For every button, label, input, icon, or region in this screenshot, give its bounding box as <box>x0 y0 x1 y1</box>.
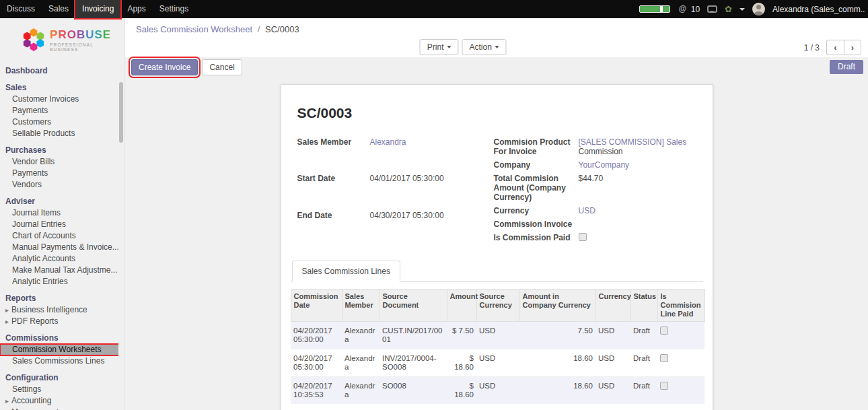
create-invoice-button[interactable]: Create Invoice <box>131 59 198 75</box>
pager-next-button[interactable] <box>844 40 861 55</box>
form-statusbar: Create Invoice Cancel Draft <box>125 57 868 77</box>
pager-previous-button[interactable] <box>826 40 844 55</box>
commission-product-value[interactable]: [SALES COMMISSION] Sales Commission <box>579 137 697 156</box>
line-paid-checkbox[interactable] <box>660 354 668 362</box>
sidebar-item-settings[interactable]: Settings <box>0 384 120 395</box>
left-field-group: Sales Member Alexandra Start Date 04/01/… <box>297 137 494 243</box>
table-row[interactable]: 04/20/2017 05:30:00 Alexandra INV/2017/0… <box>291 349 704 377</box>
chevron-down-icon[interactable] <box>739 8 745 11</box>
activities-icon[interactable] <box>678 4 688 14</box>
breadcrumb-current: SC/0003 <box>265 24 299 34</box>
notebook: Sales Commission Lines Commission Date S… <box>291 261 703 410</box>
table-row[interactable]: 04/20/2017 10:35:53 Alexandra SO008 $ 18… <box>291 377 704 405</box>
sidebar-section-sales[interactable]: Sales <box>0 81 120 94</box>
messages-icon[interactable] <box>707 5 717 13</box>
sidebar-item-business-intelligence[interactable]: Business Intelligence <box>0 304 120 316</box>
expand-arrow-icon <box>5 305 11 314</box>
sidebar-scrollbar-thumb[interactable] <box>119 82 123 143</box>
col-currency: Currency <box>595 289 630 322</box>
line-paid-checkbox[interactable] <box>660 327 668 335</box>
sidebar-item-management[interactable]: Management <box>0 407 120 410</box>
control-panel-buttons: Print Action <box>420 39 507 55</box>
sidebar-item-journal-items[interactable]: Journal Items <box>0 207 120 219</box>
sidebar-nav: Dashboard Sales Customer Invoices Paymen… <box>0 64 120 410</box>
sidebar-item-analytic-entries[interactable]: Analytic Entries <box>0 276 120 287</box>
usage-progress-indicator <box>639 5 670 13</box>
menu-invoicing[interactable]: Invoicing <box>75 0 120 18</box>
breadcrumb: Sales Commission Worksheet / SC/0003 <box>136 24 299 34</box>
commission-lines-table: Commission Date Sales Member Source Docu… <box>291 289 705 404</box>
sidebar-section-dashboard[interactable]: Dashboard <box>0 64 120 77</box>
sidebar-item-analytic-accounts[interactable]: Analytic Accounts <box>0 253 120 265</box>
company-value[interactable]: YourCompany <box>579 160 697 170</box>
sidebar-section-adviser[interactable]: Adviser <box>0 195 120 207</box>
company-logo[interactable]: PROBUSE PROFESSIONAL BUSINESS <box>0 18 124 60</box>
sidebar-item-sellable-products[interactable]: Sellable Products <box>0 128 120 139</box>
sidebar-item-make-manual-tax-adjustment[interactable]: Make Manual Tax Adjustme... <box>0 265 120 276</box>
sidebar: PROBUSE PROFESSIONAL BUSINESS Dashboard … <box>0 18 124 410</box>
avatar[interactable] <box>752 3 765 15</box>
sidebar-item-accounting[interactable]: Accounting <box>0 395 120 407</box>
control-panel: Sales Commission Worksheet / SC/0003 Pri… <box>125 18 868 57</box>
table-row[interactable]: 04/20/2017 05:30:00 Alexandra CUST.IN/20… <box>291 322 704 349</box>
sidebar-item-vendor-bills[interactable]: Vendor Bills <box>0 156 120 168</box>
right-field-group: Commision Product For Invoice [SALES COM… <box>494 137 697 243</box>
end-date-label: End Date <box>297 211 365 220</box>
cancel-button[interactable]: Cancel <box>202 59 242 75</box>
line-paid-checkbox[interactable] <box>660 382 668 390</box>
logo-tagline: PROFESSIONAL BUSINESS <box>50 42 120 52</box>
sidebar-item-commission-worksheets[interactable]: Commission Worksheets <box>0 344 120 355</box>
sidebar-item-customer-invoices[interactable]: Customer Invoices <box>0 94 120 105</box>
expand-arrow-icon <box>5 396 11 405</box>
print-dropdown-button[interactable]: Print <box>420 39 459 55</box>
sidebar-item-payments-purchases[interactable]: Payments <box>0 168 120 179</box>
sidebar-item-customers[interactable]: Customers <box>0 116 120 128</box>
menu-discuss[interactable]: Discuss <box>0 0 42 18</box>
sidebar-item-pdf-reports[interactable]: PDF Reports <box>0 316 120 327</box>
sidebar-section-reports[interactable]: Reports <box>0 292 120 304</box>
status-badge[interactable]: Draft <box>830 60 863 74</box>
is-commission-paid-label: Is Commission Paid <box>494 233 573 242</box>
commission-product-label: Commision Product For Invoice <box>494 137 573 156</box>
col-sales-member: Sales Member <box>342 289 379 322</box>
pager-position: 1 / 3 <box>804 43 820 53</box>
expand-arrow-icon <box>5 316 11 326</box>
debug-icon[interactable]: ✿ <box>725 5 732 13</box>
col-commission-date: Commission Date <box>291 289 342 322</box>
main-area: Sales Commission Worksheet / SC/0003 Pri… <box>125 18 868 410</box>
breadcrumb-parent-link[interactable]: Sales Commission Worksheet <box>136 24 252 34</box>
sidebar-section-commissions[interactable]: Commissions <box>0 331 120 344</box>
user-menu[interactable]: Alexandra (Sales_comm... <box>772 5 865 14</box>
logo-hexagons-icon <box>23 26 44 53</box>
chevron-down-icon <box>447 46 451 48</box>
sidebar-section-configuration[interactable]: Configuration <box>0 371 120 384</box>
is-commission-paid-checkbox[interactable] <box>579 233 587 241</box>
start-date-value: 04/01/2017 05:30:00 <box>370 174 494 183</box>
form-view: SC/0003 Sales Member Alexandra Start Dat… <box>125 77 868 410</box>
menu-settings[interactable]: Settings <box>153 0 195 18</box>
menu-apps[interactable]: Apps <box>120 0 152 18</box>
currency-value[interactable]: USD <box>579 206 697 215</box>
end-date-value: 04/30/2017 05:30:00 <box>370 211 494 220</box>
commission-invoice-value <box>579 219 697 228</box>
menu-sales[interactable]: Sales <box>42 0 75 18</box>
col-source-currency: Source Currency <box>476 289 519 322</box>
sidebar-item-payments-sales[interactable]: Payments <box>0 105 120 116</box>
sidebar-item-manual-payments-invoice[interactable]: Manual Payments & Invoice... <box>0 242 120 253</box>
currency-label: Currency <box>494 206 573 215</box>
col-amount: Amount <box>447 289 476 322</box>
tab-sales-commission-lines[interactable]: Sales Commission Lines <box>292 261 400 282</box>
activities-count: 10 <box>691 5 700 14</box>
sidebar-item-journal-entries[interactable]: Journal Entries <box>0 219 120 230</box>
expand-arrow-icon <box>5 407 11 410</box>
sales-member-value[interactable]: Alexandra <box>370 137 494 147</box>
top-navigation-bar: Discuss Sales Invoicing Apps Settings 10… <box>0 0 868 18</box>
start-date-label: Start Date <box>297 174 365 183</box>
sidebar-item-vendors[interactable]: Vendors <box>0 179 120 191</box>
sidebar-section-purchases[interactable]: Purchases <box>0 143 120 156</box>
sidebar-item-sales-commissions-lines[interactable]: Sales Commissions Lines <box>0 355 120 367</box>
action-dropdown-button[interactable]: Action <box>462 39 506 55</box>
sidebar-item-chart-of-accounts[interactable]: Chart of Accounts <box>0 230 120 242</box>
col-amount-company-currency: Amount in Company Currency <box>519 289 595 322</box>
col-status: Status <box>630 289 657 322</box>
